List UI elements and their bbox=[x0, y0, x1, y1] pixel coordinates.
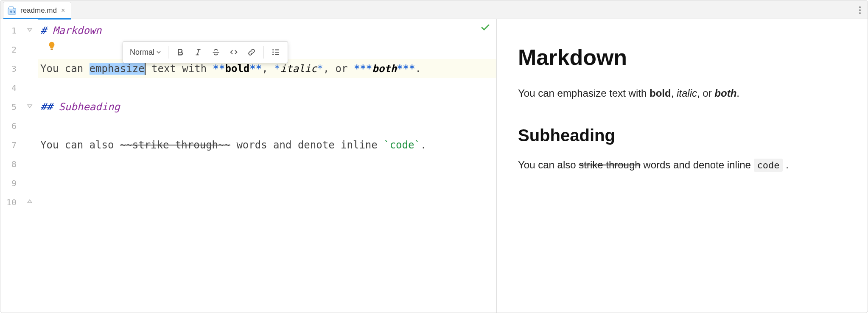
svg-point-10 bbox=[272, 54, 274, 55]
selection: emphasize bbox=[90, 63, 145, 75]
file-tab[interactable]: MD readme.md × bbox=[3, 2, 71, 19]
more-menu-icon[interactable] bbox=[857, 5, 862, 16]
line-number: 3 bbox=[0, 59, 26, 78]
preview-paragraph: You can emphasize text with bold, italic… bbox=[518, 86, 846, 101]
svg-rect-1 bbox=[9, 6, 14, 8]
list-button[interactable] bbox=[267, 44, 284, 61]
code-line[interactable] bbox=[38, 173, 496, 193]
code-button[interactable] bbox=[225, 44, 242, 61]
code-line[interactable]: # Markdown bbox=[38, 21, 496, 40]
tab-bar: MD readme.md × bbox=[0, 0, 868, 19]
preview-h1: Markdown bbox=[518, 45, 846, 70]
app-window: MD readme.md × 1 2 3 4 5 6 7 8 9 10 bbox=[0, 0, 868, 313]
code-line[interactable] bbox=[38, 193, 496, 212]
inspections-ok-icon[interactable] bbox=[480, 22, 490, 34]
svg-rect-3 bbox=[50, 49, 53, 50]
toolbar-separator bbox=[263, 46, 264, 59]
preview-h2: Subheading bbox=[518, 126, 846, 145]
line-number: 6 bbox=[0, 116, 26, 135]
line-number: 1 bbox=[0, 21, 26, 40]
preview-pane: Markdown You can emphasize text with bol… bbox=[497, 19, 868, 313]
intention-bulb-icon[interactable] bbox=[47, 41, 56, 52]
fold-marker-icon[interactable] bbox=[27, 27, 33, 33]
fold-end-marker-icon[interactable] bbox=[27, 198, 33, 204]
toolbar-separator bbox=[168, 46, 168, 59]
line-number: 8 bbox=[0, 154, 26, 173]
editor-pane: 1 2 3 4 5 6 7 8 9 10 bbox=[0, 19, 497, 313]
fold-column bbox=[26, 19, 38, 313]
code-line[interactable] bbox=[38, 78, 496, 97]
line-number: 7 bbox=[0, 135, 26, 154]
paragraph-style-label: Normal bbox=[130, 48, 154, 57]
floating-format-toolbar: Normal bbox=[123, 41, 288, 63]
editor-split: 1 2 3 4 5 6 7 8 9 10 bbox=[0, 19, 868, 313]
strikethrough-button[interactable] bbox=[207, 44, 224, 61]
line-number: 2 bbox=[0, 40, 26, 59]
svg-point-8 bbox=[272, 49, 274, 50]
bold-button[interactable] bbox=[172, 44, 189, 61]
markdown-file-icon: MD bbox=[8, 6, 17, 15]
code-line[interactable]: You can also ~~strike through~~ words an… bbox=[38, 135, 496, 154]
close-tab-icon[interactable]: × bbox=[60, 6, 66, 15]
code-line[interactable] bbox=[38, 154, 496, 173]
paragraph-style-select[interactable]: Normal bbox=[126, 46, 165, 59]
line-number: 9 bbox=[0, 173, 26, 193]
svg-text:MD: MD bbox=[10, 10, 15, 14]
line-number: 4 bbox=[0, 78, 26, 97]
italic-button[interactable] bbox=[190, 44, 207, 61]
fold-marker-icon[interactable] bbox=[27, 103, 33, 109]
chevron-down-icon bbox=[156, 50, 161, 55]
line-number-gutter: 1 2 3 4 5 6 7 8 9 10 bbox=[0, 19, 26, 313]
code-line[interactable] bbox=[38, 116, 496, 135]
svg-point-9 bbox=[272, 52, 274, 53]
link-button[interactable] bbox=[243, 44, 260, 61]
tab-filename: readme.md bbox=[20, 6, 57, 15]
code-line[interactable]: ## Subheading bbox=[38, 97, 496, 116]
line-number: 5 bbox=[0, 97, 26, 116]
code-editor[interactable]: Normal bbox=[38, 19, 496, 313]
line-number: 10 bbox=[0, 193, 26, 212]
svg-line-6 bbox=[197, 50, 199, 55]
preview-paragraph: You can also strike through words and de… bbox=[518, 158, 846, 172]
